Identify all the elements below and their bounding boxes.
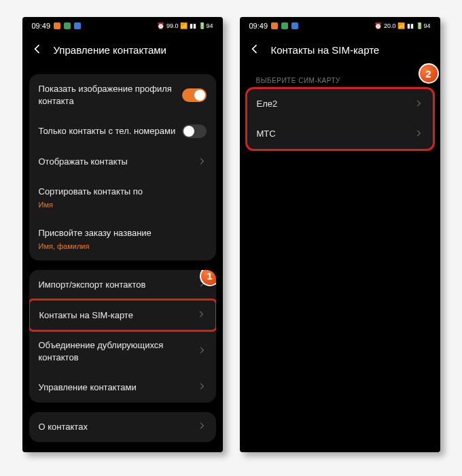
row-only-phone-contacts[interactable]: Только контакты с тел. номерами: [29, 116, 216, 147]
status-alarm-icon: ⏰: [374, 22, 382, 29]
status-icon-app2: [281, 22, 288, 29]
row-label: Контакты на SIM-карте: [39, 309, 196, 322]
status-alarm-icon: ⏰: [157, 22, 164, 29]
app-bar: Контакты на SIM-карте: [240, 35, 440, 65]
status-signal-icon: ▮▮: [407, 22, 414, 29]
phone-left: 09:49 ⏰ 99.0 📶 ▮▮ 🔋94 Управление контакт…: [22, 17, 223, 452]
status-icon-bluetooth: [291, 22, 298, 29]
section-label: Выберите сим-карту: [247, 65, 433, 88]
status-icon-app1: [271, 22, 278, 29]
row-label: Показать изображение профиля контакта: [39, 83, 182, 107]
row-manage-contacts[interactable]: Управление контактами: [29, 373, 216, 403]
app-bar: Управление контактами: [22, 35, 223, 65]
row-merge-duplicates[interactable]: Объединение дублирующихся контактов: [29, 330, 216, 372]
status-battery: 🔋94: [198, 22, 213, 29]
status-bar: 09:49 ⏰ 20.0 📶 ▮▮ 🔋94: [240, 17, 440, 35]
row-label: Еле2: [257, 98, 414, 110]
row-sim-mts[interactable]: МТС: [247, 119, 433, 149]
chevron-right-icon: [197, 345, 207, 357]
status-icon-bluetooth: [74, 22, 81, 29]
chevron-right-icon: [197, 381, 207, 393]
status-time: 09:49: [249, 22, 268, 30]
page-title: Управление контактами: [54, 44, 166, 56]
chevron-right-icon: [197, 421, 207, 432]
step-badge-2: 2: [419, 63, 439, 84]
row-label: Присвойте заказу название Имя, фамилия: [39, 227, 207, 251]
row-label: Объединение дублирующихся контактов: [39, 339, 197, 363]
status-icon-app2: [64, 22, 71, 29]
row-sim-contacts[interactable]: Контакты на SIM-карте: [29, 299, 216, 333]
chevron-right-icon: [414, 129, 423, 140]
row-label: Только контакты с тел. номерами: [39, 125, 182, 137]
chevron-right-icon: [196, 309, 206, 321]
status-net-speed: 99.0: [166, 22, 179, 29]
row-label: МТС: [257, 128, 414, 140]
row-label: Отображать контакты: [39, 156, 197, 168]
status-icon-app1: [54, 22, 60, 29]
status-time: 09:49: [32, 22, 51, 30]
status-battery: 🔋94: [416, 22, 430, 29]
row-sort-contacts[interactable]: Сортировать контакты по Имя: [29, 177, 216, 218]
settings-card-3: О контактах: [29, 412, 216, 442]
status-wifi-icon: 📶: [180, 22, 188, 29]
row-label: Импорт/экспорт контактов: [39, 279, 197, 291]
page-title: Контакты на SIM-карте: [271, 44, 380, 56]
settings-card-2: 1 Импорт/экспорт контактов Контакты на S…: [29, 270, 216, 403]
back-icon[interactable]: [248, 42, 262, 58]
status-wifi-icon: 📶: [397, 22, 405, 29]
row-import-export[interactable]: Импорт/экспорт контактов: [29, 270, 216, 300]
phone-right: 09:49 ⏰ 20.0 📶 ▮▮ 🔋94 Контакты на SIM-ка…: [240, 17, 440, 452]
row-label: О контактах: [39, 421, 197, 433]
row-label: Сортировать контакты по Имя: [39, 186, 207, 209]
row-show-profile-image[interactable]: Показать изображение профиля контакта: [29, 74, 216, 116]
row-name-order[interactable]: Присвойте заказу название Имя, фамилия: [29, 218, 216, 260]
status-signal-icon: ▮▮: [190, 22, 196, 29]
sim-card-list: Еле2 МТС: [245, 87, 435, 151]
row-display-contacts[interactable]: Отображать контакты: [29, 147, 216, 177]
status-bar: 09:49 ⏰ 99.0 📶 ▮▮ 🔋94: [22, 17, 223, 35]
toggle-off-icon[interactable]: [182, 124, 207, 138]
row-about-contacts[interactable]: О контактах: [29, 412, 216, 442]
chevron-right-icon: [414, 99, 423, 110]
row-sublabel: Имя: [39, 200, 207, 210]
toggle-on-icon[interactable]: [182, 88, 207, 102]
chevron-right-icon: [197, 156, 207, 168]
row-label: Управление контактами: [39, 381, 197, 394]
back-icon[interactable]: [31, 42, 44, 58]
row-sim-ele2[interactable]: Еле2: [247, 89, 433, 119]
status-net-speed: 20.0: [384, 22, 396, 29]
row-sublabel: Имя, фамилия: [39, 241, 207, 252]
settings-card-1: Показать изображение профиля контакта То…: [29, 74, 216, 260]
